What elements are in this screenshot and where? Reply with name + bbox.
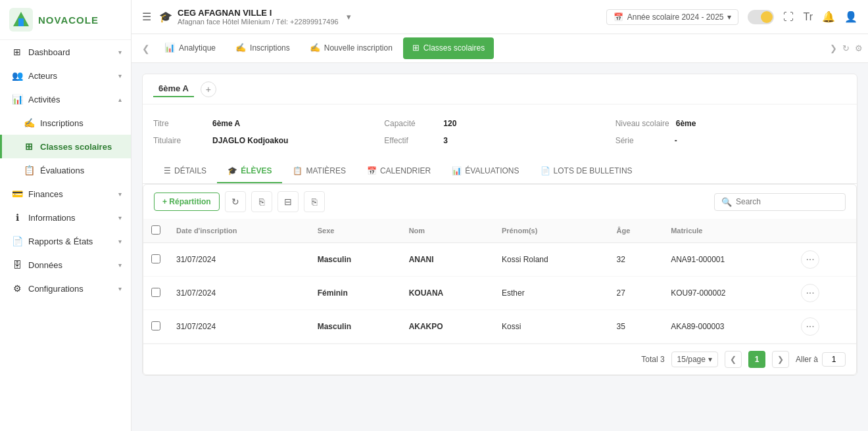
- class-tab-label[interactable]: 6ème A: [153, 81, 194, 97]
- school-dropdown-icon[interactable]: ▾: [347, 12, 351, 22]
- row-3-nom: AKAKPO: [401, 310, 494, 344]
- user-avatar[interactable]: 👤: [844, 11, 857, 23]
- row-2-more-button[interactable]: ···: [801, 284, 819, 302]
- chevron-down-icon: ▾: [118, 285, 122, 292]
- sidebar-item-rapports[interactable]: 📄 Rapports & États ▾: [0, 229, 131, 253]
- export-button[interactable]: ⎘: [304, 191, 325, 212]
- serie-label: Série: [615, 136, 668, 145]
- calendrier-tab-icon: 📅: [367, 166, 377, 175]
- theme-toggle[interactable]: [748, 10, 774, 24]
- prev-page-button[interactable]: ❮: [725, 351, 742, 368]
- sidebar-item-inscriptions[interactable]: ✍ Inscriptions: [0, 111, 131, 135]
- capacite-label: Capacité: [384, 119, 437, 128]
- page-input[interactable]: [822, 352, 846, 367]
- sidebar-item-label: Données: [28, 260, 62, 270]
- info-titulaire: Titulaire DJAGLO Kodjoakou: [153, 132, 384, 149]
- info-titre: Titre 6ème A: [153, 115, 384, 132]
- next-page-button[interactable]: ❯: [772, 351, 789, 368]
- select-all-checkbox[interactable]: [151, 225, 160, 235]
- aller-a: Aller à: [796, 352, 846, 367]
- rapports-icon: 📄: [11, 236, 23, 246]
- tab-nouvelle-inscription-label: Nouvelle inscription: [324, 43, 393, 53]
- copy-button[interactable]: ⎘: [251, 191, 272, 212]
- next-icon: ❯: [777, 355, 784, 364]
- nav-settings-icon[interactable]: ⚙: [855, 43, 863, 53]
- activites-icon: 📊: [11, 94, 23, 104]
- school-details: CEG AFAGNAN VILLE I Afagnan face Hôtel M…: [178, 8, 339, 26]
- year-label: Année scolaire 2024 - 2025: [627, 12, 724, 22]
- tab-classes-scolaires[interactable]: ⊞ Classes scolaires: [403, 37, 494, 59]
- settings-icon[interactable]: Tr: [803, 11, 813, 23]
- sidebar-item-dashboard[interactable]: ⊞ Dashboard ▾: [0, 40, 131, 64]
- year-dropdown-icon: ▾: [727, 12, 731, 22]
- sub-tabs: ☰ DÉTAILS 🎓 ÉLÈVES 📋 MATIÈRES 📅 CALENDRI…: [143, 160, 857, 184]
- sidebar-item-label: Configurations: [28, 284, 84, 294]
- config-icon: ⚙: [11, 283, 23, 294]
- menu-icon[interactable]: ☰: [142, 11, 151, 23]
- tab-inscriptions[interactable]: ✍ Inscriptions: [226, 37, 299, 59]
- sub-tab-matieres[interactable]: 📋 MATIÈRES: [282, 160, 356, 183]
- row-3-checkbox[interactable]: [151, 321, 160, 330]
- nav-left-arrow[interactable]: ❮: [137, 39, 155, 58]
- sub-tab-lots-bulletins[interactable]: 📄 LOTS DE BULLETINS: [530, 160, 643, 183]
- col-age: Âge: [609, 219, 663, 243]
- finances-icon: 💳: [11, 189, 23, 199]
- logo-text: NOVACOLE: [38, 14, 99, 26]
- row-2-nom: KOUANA: [401, 277, 494, 310]
- table-toolbar: + Répartition ↻ ⎘ ⊟ ⎘ 🔍: [143, 185, 856, 219]
- year-badge[interactable]: 📅 Année scolaire 2024 - 2025 ▾: [606, 9, 739, 25]
- chevron-up-icon: ▴: [118, 96, 122, 103]
- fullscreen-icon[interactable]: ⛶: [783, 11, 794, 23]
- info-niveau: Niveau scolaire 6ème: [615, 115, 846, 132]
- matieres-tab-label: MATIÈRES: [306, 166, 345, 175]
- per-page-select[interactable]: 15/page ▾: [671, 352, 718, 367]
- class-card: 6ème A + Titre 6ème A Capacité 120 Nivea…: [142, 74, 857, 376]
- row-1-date: 31/07/2024: [168, 243, 310, 277]
- filter-button[interactable]: ⊟: [277, 191, 299, 212]
- sidebar-item-donnees[interactable]: 🗄 Données ▾: [0, 253, 131, 277]
- search-box[interactable]: 🔍: [714, 193, 846, 211]
- sidebar: NOVACOLE ⊞ Dashboard ▾ 👥 Acteurs ▾ 📊 Act…: [0, 0, 132, 431]
- sub-tab-eleves[interactable]: 🎓 ÉLÈVES: [217, 160, 282, 183]
- table-header: Date d'inscription Sexe Nom Prénom(s) Âg…: [143, 219, 856, 243]
- nav-right-arrow[interactable]: ❯: [830, 43, 837, 53]
- row-3-more-button[interactable]: ···: [801, 317, 819, 336]
- search-input[interactable]: [736, 197, 838, 206]
- sidebar-item-configurations[interactable]: ⚙ Configurations ▾: [0, 277, 131, 300]
- add-class-button[interactable]: +: [201, 81, 216, 97]
- row-1-more-button[interactable]: ···: [801, 250, 819, 269]
- sidebar-item-finances[interactable]: 💳 Finances ▾: [0, 182, 131, 206]
- nav-refresh-icon[interactable]: ↻: [842, 43, 850, 53]
- classes-icon: ⊞: [23, 141, 35, 152]
- sub-tab-calendrier[interactable]: 📅 CALENDRIER: [356, 160, 441, 183]
- sub-tab-evaluations[interactable]: 📊 ÉVALUATIONS: [441, 160, 529, 183]
- tab-analytique[interactable]: 📊 Analytique: [155, 37, 225, 59]
- chevron-down-icon: ▾: [118, 191, 122, 198]
- row-2-matricule: KOU97-000002: [663, 277, 793, 310]
- notification-icon[interactable]: 🔔: [822, 11, 835, 23]
- sub-tab-details[interactable]: ☰ DÉTAILS: [153, 160, 217, 183]
- row-2-prenom: Esther: [494, 277, 609, 310]
- row-3-prenom: Kossi: [494, 310, 609, 344]
- refresh-icon: ↻: [231, 196, 239, 207]
- sidebar-item-acteurs[interactable]: 👥 Acteurs ▾: [0, 64, 131, 87]
- tab-nouvelle-inscription[interactable]: ✍ Nouvelle inscription: [301, 37, 402, 59]
- row-2-checkbox[interactable]: [151, 288, 160, 297]
- sidebar-item-informations[interactable]: ℹ Informations ▾: [0, 206, 131, 229]
- sidebar-item-classes-scolaires[interactable]: ⊞ Classes scolaires: [0, 135, 131, 158]
- evaluations-sub-icon: 📋: [23, 165, 35, 175]
- aller-label: Aller à: [796, 355, 818, 364]
- per-page-label: 15/page: [677, 355, 706, 364]
- row-3-checkbox-cell: [143, 310, 168, 344]
- evaluations-tab-icon: 📊: [452, 166, 462, 175]
- sidebar-item-activites[interactable]: 📊 Activités ▴: [0, 87, 131, 111]
- info-capacite: Capacité 120: [384, 115, 615, 132]
- row-1-checkbox[interactable]: [151, 254, 160, 263]
- sidebar-item-evaluations[interactable]: 📋 Évaluations: [0, 158, 131, 182]
- repartition-button[interactable]: + Répartition: [154, 193, 220, 211]
- row-2-age: 27: [609, 277, 663, 310]
- refresh-button[interactable]: ↻: [225, 191, 246, 212]
- filter-icon: ⊟: [284, 196, 292, 207]
- sidebar-item-label: Classes scolaires: [40, 142, 112, 152]
- row-3-date: 31/07/2024: [168, 310, 310, 344]
